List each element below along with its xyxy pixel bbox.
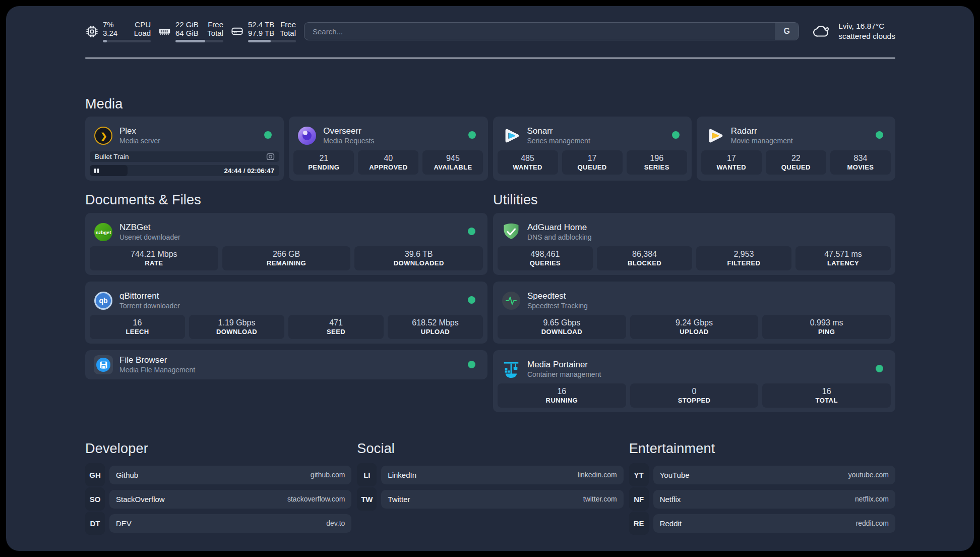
- link-row-github[interactable]: GHGithubgithub.com: [85, 463, 351, 486]
- search-engine-button[interactable]: G: [775, 23, 799, 40]
- stat-label: RATE: [145, 259, 163, 267]
- stat-tile: 834MOVIES: [830, 150, 891, 175]
- card-title: NZBGet: [119, 222, 180, 233]
- stat-value: 196: [650, 153, 663, 163]
- card-overseerr[interactable]: OverseerrMedia Requests21PENDING40APPROV…: [289, 117, 487, 181]
- link-row-linkedin[interactable]: LILinkedInlinkedin.com: [357, 463, 623, 486]
- link-row-reddit[interactable]: RERedditreddit.com: [629, 512, 895, 535]
- sys-progress-fill: [248, 40, 271, 42]
- stat-tile: 47.571 msLATENCY: [795, 246, 891, 270]
- search-bar[interactable]: Search... G: [304, 22, 799, 40]
- link-abbr: SO: [85, 487, 105, 511]
- status-dot: [876, 131, 883, 139]
- card-filebrowser[interactable]: File BrowserMedia File Management: [85, 350, 487, 379]
- card-speedtest[interactable]: SpeedtestSpeedtest Tracking9.65 GbpsDOWN…: [493, 282, 895, 344]
- speedtest-icon: [502, 291, 521, 310]
- stat-value: 47.571 ms: [824, 249, 862, 259]
- link-main[interactable]: Githubgithub.com: [109, 466, 351, 484]
- stat-tile: 17QUEUED: [562, 150, 623, 175]
- link-abbr: DT: [85, 512, 105, 535]
- link-row-dev[interactable]: DTDEVdev.to: [85, 512, 351, 535]
- link-main[interactable]: Netflixnetflix.com: [653, 490, 895, 509]
- sys-progress-bar: [175, 40, 223, 42]
- stat-label: QUERIES: [530, 259, 561, 267]
- card-nzbget[interactable]: nzbgetNZBGetUsenet downloader744.21 Mbps…: [85, 213, 487, 275]
- search-input[interactable]: Search...: [304, 27, 775, 36]
- stat-value: 1.19 Gbps: [218, 318, 256, 327]
- link-row-netflix[interactable]: NFNetflixnetflix.com: [629, 487, 895, 511]
- stat-label: STOPPED: [678, 397, 711, 405]
- stat-label: SERIES: [644, 163, 669, 172]
- stat-tile: 86,384BLOCKED: [597, 246, 692, 270]
- portainer-icon: [502, 360, 521, 379]
- card-portainer[interactable]: Media PortainerContainer management16RUN…: [493, 350, 895, 412]
- card-header: File BrowserMedia File Management: [94, 355, 483, 374]
- stat-tile: 40APPROVED: [358, 150, 418, 175]
- link-main[interactable]: LinkedInlinkedin.com: [381, 466, 623, 484]
- link-abbr: NF: [629, 487, 649, 511]
- sys-label: Free: [208, 20, 223, 29]
- section-title: Social: [357, 440, 623, 457]
- link-main[interactable]: DEVdev.to: [109, 514, 351, 533]
- card-adguard[interactable]: AdGuard HomeDNS and adblocking498,461QUE…: [493, 213, 895, 275]
- weather-widget[interactable]: Lviv, 16.87°C scattered clouds: [813, 21, 895, 41]
- link-row-stackoverflow[interactable]: SOStackOverflowstackoverflow.com: [85, 487, 351, 511]
- link-row-twitter[interactable]: TWTwittertwitter.com: [357, 487, 623, 511]
- now-playing-row[interactable]: Bullet Train: [90, 151, 279, 162]
- stat-label: APPROVED: [369, 163, 407, 172]
- dashboard-panel: 7%CPU3.24Load22 GiBFree64 GiBTotal52.4 T…: [6, 6, 974, 551]
- link-url: linkedin.com: [578, 471, 617, 479]
- link-name: Netflix: [660, 495, 681, 504]
- link-name: Github: [116, 471, 138, 479]
- stat-label: BLOCKED: [628, 259, 661, 267]
- link-name: DEV: [116, 519, 132, 528]
- plex-icon: ❯: [94, 126, 113, 145]
- card-radarr[interactable]: RadarrMovie management17WANTED22QUEUED83…: [697, 117, 895, 181]
- stat-label: AVAILABLE: [434, 163, 472, 172]
- card-subtitle: Container management: [527, 370, 601, 379]
- link-abbr: TW: [357, 487, 377, 511]
- status-dot: [672, 131, 680, 139]
- stat-label: WANTED: [513, 163, 542, 172]
- stat-value: 9.24 Gbps: [676, 318, 713, 327]
- stat-label: DOWNLOAD: [216, 328, 257, 336]
- sys-label: Total: [280, 29, 296, 37]
- stat-tile: 9.65 GbpsDOWNLOAD: [498, 315, 626, 339]
- ram-icon: [158, 24, 171, 39]
- stat-label: DOWNLOADED: [394, 259, 444, 267]
- stat-value: 16: [557, 386, 566, 396]
- link-url: github.com: [311, 471, 345, 479]
- card-plex[interactable]: ❯PlexMedia serverBullet Train24:44 / 02:…: [85, 117, 284, 181]
- stat-value: 0.993 ms: [810, 318, 843, 327]
- link-name: Twitter: [388, 495, 410, 504]
- link-main[interactable]: StackOverflowstackoverflow.com: [109, 490, 351, 509]
- status-dot: [468, 296, 475, 304]
- stat-value: 498,461: [531, 249, 560, 259]
- card-header: qbqBittorrentTorrent downloader: [94, 291, 483, 310]
- link-name: YouTube: [660, 471, 690, 479]
- card-subtitle: Torrent downloader: [119, 302, 180, 310]
- utilities-cards: AdGuard HomeDNS and adblocking498,461QUE…: [493, 213, 895, 412]
- card-qbittorrent[interactable]: qbqBittorrentTorrent downloader16LEECH1.…: [85, 282, 487, 344]
- stat-value: 17: [588, 153, 597, 163]
- stat-tile: 744.21 MbpsRATE: [90, 246, 218, 270]
- stat-tile: 21PENDING: [293, 150, 354, 175]
- link-main[interactable]: Twittertwitter.com: [381, 490, 623, 509]
- card-header: Media PortainerContainer management: [502, 360, 891, 379]
- card-title: AdGuard Home: [527, 222, 592, 233]
- card-title: qBittorrent: [119, 291, 180, 301]
- top-bar: 7%CPU3.24Load22 GiBFree64 GiBTotal52.4 T…: [85, 19, 895, 43]
- link-main[interactable]: Redditreddit.com: [653, 514, 895, 533]
- link-url: twitter.com: [583, 495, 617, 503]
- card-header: SpeedtestSpeedtest Tracking: [502, 291, 891, 310]
- pause-icon[interactable]: [94, 169, 99, 173]
- link-row-youtube[interactable]: YTYouTubeyoutube.com: [629, 463, 895, 486]
- link-name: Reddit: [660, 519, 682, 528]
- sys-value: 97.9 TB: [248, 29, 274, 37]
- card-sonarr[interactable]: SonarrSeries management485WANTED17QUEUED…: [493, 117, 692, 181]
- stat-value: 266 GB: [273, 249, 300, 259]
- link-main[interactable]: YouTubeyoutube.com: [653, 466, 895, 484]
- stat-label: DOWNLOAD: [541, 328, 582, 336]
- stat-value: 16: [133, 318, 142, 327]
- player-progress-row[interactable]: 24:44 / 02:06:47: [90, 165, 279, 176]
